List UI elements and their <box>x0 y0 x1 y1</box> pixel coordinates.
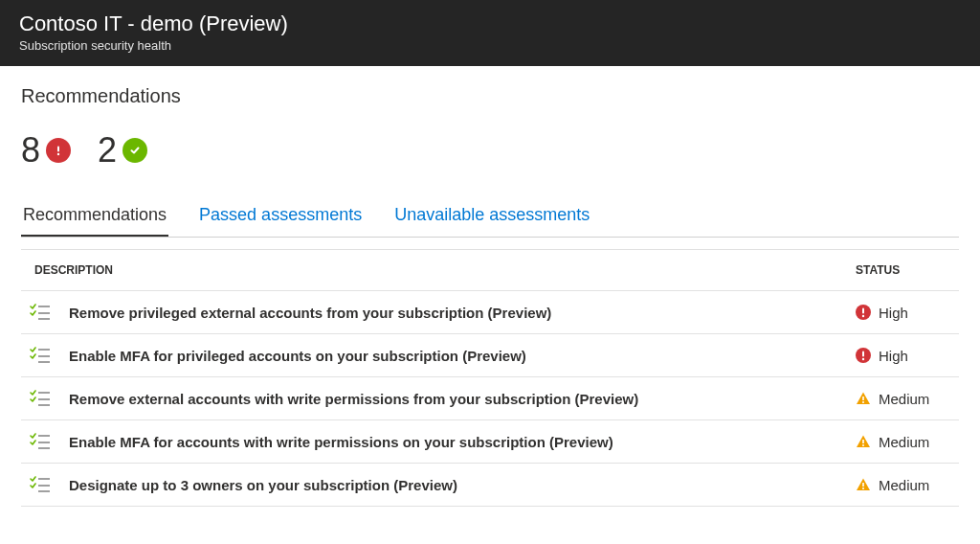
check-icon <box>122 138 147 163</box>
recommendations-table: Description Status Remove privileged ext… <box>21 249 959 507</box>
svg-rect-1 <box>57 147 59 152</box>
table-row[interactable]: Enable MFA for privileged accounts on yo… <box>21 334 959 377</box>
row-status: Medium <box>856 434 951 450</box>
svg-point-15 <box>862 358 864 360</box>
row-status: Medium <box>856 391 951 407</box>
alert-icon <box>856 348 871 363</box>
status-label: High <box>879 305 908 321</box>
status-label: Medium <box>879 434 929 450</box>
alert-icon <box>856 305 871 320</box>
passed-count-number: 2 <box>98 130 117 170</box>
section-title: Recommendations <box>21 85 959 107</box>
row-status: Medium <box>856 477 951 493</box>
svg-point-25 <box>862 444 864 446</box>
row-description: Remove external accounts with write perm… <box>69 391 856 407</box>
content-area: Recommendations 8 2 Recommendations Pass… <box>0 66 980 507</box>
summary-counts: 8 2 <box>21 130 959 170</box>
passed-count: 2 <box>98 130 147 170</box>
row-description: Designate up to 3 owners on your subscri… <box>69 477 856 493</box>
tab-unavailable-assessments[interactable]: Unavailable assessments <box>392 205 591 237</box>
checklist-icon <box>29 303 52 322</box>
tab-recommendations[interactable]: Recommendations <box>21 205 168 237</box>
svg-rect-24 <box>862 440 864 443</box>
warning-icon <box>856 434 871 449</box>
warning-icon <box>856 391 871 406</box>
table-row[interactable]: Remove external accounts with write perm… <box>21 377 959 420</box>
row-status: High <box>856 305 951 321</box>
row-description: Enable MFA for privileged accounts on yo… <box>69 348 856 364</box>
row-status: High <box>856 348 951 364</box>
tabs: Recommendations Passed assessments Unava… <box>21 205 959 238</box>
status-label: Medium <box>879 391 929 407</box>
warning-icon <box>856 477 871 492</box>
table-row[interactable]: Enable MFA for accounts with write permi… <box>21 420 959 464</box>
svg-rect-29 <box>862 483 864 487</box>
svg-point-9 <box>862 315 864 317</box>
table-row[interactable]: Designate up to 3 owners on your subscri… <box>21 464 959 507</box>
status-label: High <box>879 348 908 364</box>
page-subtitle: Subscription security health <box>19 38 961 53</box>
row-description: Remove privileged external accounts from… <box>69 305 856 321</box>
page-header: Contoso IT - demo (Preview) Subscription… <box>0 0 980 66</box>
checklist-icon <box>29 389 52 408</box>
row-description: Enable MFA for accounts with write permi… <box>69 434 856 450</box>
svg-rect-19 <box>862 397 864 400</box>
alert-count-number: 8 <box>21 130 40 170</box>
table-row[interactable]: Remove privileged external accounts from… <box>21 291 959 334</box>
svg-rect-14 <box>862 351 864 357</box>
alert-icon <box>46 138 71 163</box>
svg-rect-8 <box>862 308 864 314</box>
checklist-icon <box>29 432 52 451</box>
tab-passed-assessments[interactable]: Passed assessments <box>197 205 364 237</box>
checklist-icon <box>29 475 52 494</box>
page-title: Contoso IT - demo (Preview) <box>19 11 961 36</box>
col-header-status[interactable]: Status <box>856 263 951 277</box>
svg-point-2 <box>57 153 59 155</box>
alert-count: 8 <box>21 130 71 170</box>
table-header: Description Status <box>21 249 959 291</box>
status-label: Medium <box>879 477 929 493</box>
checklist-icon <box>29 346 52 365</box>
svg-point-20 <box>862 401 864 403</box>
svg-point-30 <box>862 487 864 489</box>
col-header-description[interactable]: Description <box>29 263 856 277</box>
